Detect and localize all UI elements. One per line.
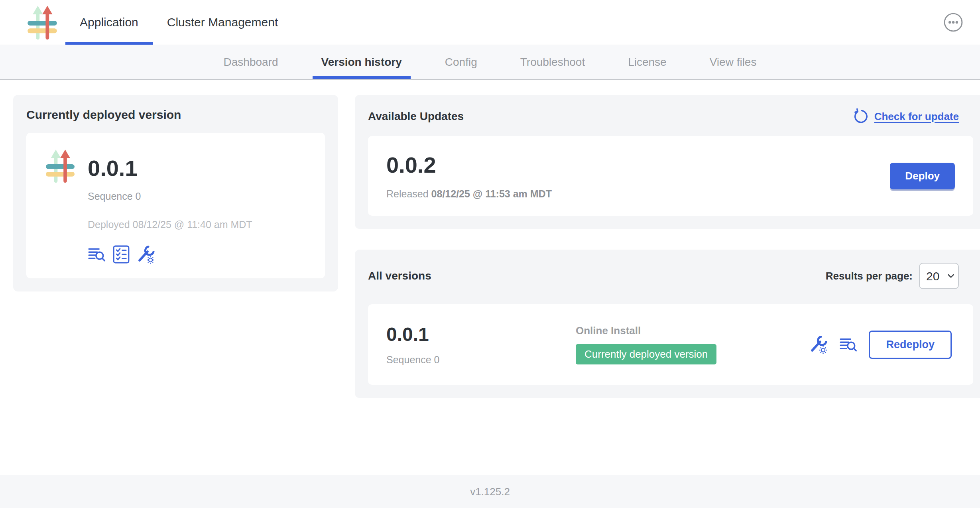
logs-button[interactable] [839, 335, 858, 354]
subnav-dashboard[interactable]: Dashboard [215, 45, 287, 79]
subnav-config-label: Config [445, 56, 477, 69]
main-content: Currently deployed version 0.0.1 Sequenc… [0, 80, 980, 398]
tab-cluster-management[interactable]: Cluster Management [153, 0, 292, 45]
available-updates-title: Available Updates [368, 110, 464, 123]
tab-application-label: Application [80, 16, 138, 29]
update-info: 0.0.2 Released 08/12/25 @ 11:53 am MDT [386, 152, 552, 200]
logs-button[interactable] [88, 245, 106, 264]
subnav-version-history-label: Version history [321, 56, 402, 69]
refresh-icon [853, 108, 870, 125]
subnav-view-files-label: View files [710, 56, 757, 69]
deployed-version-info: 0.0.1 Sequence 0 Deployed 08/12/25 @ 11:… [88, 147, 252, 264]
install-type-label: Online Install [576, 325, 809, 337]
status-badge: Currently deployed version [576, 344, 716, 364]
subnav-version-history[interactable]: Version history [313, 45, 411, 79]
logs-icon [839, 335, 858, 354]
available-updates-header: Available Updates Check for update [368, 108, 973, 125]
version-row-actions: Redeploy [809, 331, 955, 359]
footer: v1.125.2 [0, 475, 980, 508]
tab-application[interactable]: Application [65, 0, 153, 45]
deployed-sequence: Sequence 0 [88, 191, 252, 202]
app-logo-icon [41, 147, 79, 185]
top-header: Application Cluster Management [0, 0, 980, 45]
subnav-license-label: License [628, 56, 667, 69]
overflow-menu-button[interactable] [943, 12, 963, 32]
config-button[interactable] [809, 335, 828, 354]
app-subnav: Dashboard Version history Config Trouble… [0, 45, 980, 80]
results-per-page-select-wrap: 20 [919, 263, 959, 289]
check-for-update-link[interactable]: Check for update [853, 108, 959, 125]
ellipsis-circle-icon [943, 12, 963, 32]
logs-icon [88, 245, 106, 264]
tab-cluster-management-label: Cluster Management [167, 16, 278, 29]
version-row-info: 0.0.1 Sequence 0 [386, 323, 576, 366]
app-logo [23, 3, 61, 41]
results-per-page: Results per page: 20 [826, 263, 959, 289]
preflight-checks-icon [113, 245, 130, 264]
config-icon [136, 245, 155, 264]
available-updates-card: Available Updates Check for update [355, 95, 980, 229]
subnav-troubleshoot-label: Troubleshoot [520, 56, 585, 69]
currently-deployed-card: Currently deployed version 0.0.1 Sequenc… [13, 95, 338, 291]
released-date: 08/12/25 @ 11:53 am MDT [431, 188, 552, 199]
deployed-version-card: 0.0.1 Sequence 0 Deployed 08/12/25 @ 11:… [26, 133, 325, 278]
check-for-update-label: Check for update [874, 110, 959, 123]
app-logo-icon [23, 3, 61, 41]
subnav-config[interactable]: Config [436, 45, 486, 79]
redeploy-button[interactable]: Redeploy [869, 331, 952, 359]
version-row-number: 0.0.1 [386, 323, 576, 345]
currently-deployed-title: Currently deployed version [26, 108, 325, 122]
admin-console-page: Application Cluster Management Dashboard… [0, 0, 980, 508]
version-row: 0.0.1 Sequence 0 Online Install Currentl… [368, 304, 973, 385]
updates-column: Available Updates Check for update [355, 95, 980, 398]
deployed-timestamp: Deployed 08/12/25 @ 11:40 am MDT [88, 219, 252, 230]
results-per-page-select[interactable]: 20 [919, 263, 959, 289]
deployed-version-number: 0.0.1 [88, 155, 252, 181]
subnav-view-files[interactable]: View files [701, 45, 766, 79]
top-tabs: Application Cluster Management [65, 0, 292, 45]
preflight-checks-button[interactable] [113, 245, 130, 264]
header-spacer [292, 0, 943, 45]
subnav-troubleshoot[interactable]: Troubleshoot [512, 45, 594, 79]
subnav-dashboard-label: Dashboard [224, 56, 278, 69]
update-row: 0.0.2 Released 08/12/25 @ 11:53 am MDT D… [368, 136, 973, 216]
version-row-sequence: Sequence 0 [386, 354, 576, 366]
config-icon [809, 335, 828, 354]
version-row-status: Online Install Currently deployed versio… [576, 325, 809, 364]
update-released-line: Released 08/12/25 @ 11:53 am MDT [386, 188, 552, 200]
released-prefix: Released [386, 188, 429, 199]
admin-console-version: v1.125.2 [470, 486, 510, 498]
subnav-license[interactable]: License [619, 45, 675, 79]
deploy-button[interactable]: Deploy [890, 163, 955, 189]
all-versions-card: All versions Results per page: 20 [355, 250, 980, 398]
config-button[interactable] [136, 245, 155, 264]
all-versions-title: All versions [368, 270, 431, 282]
all-versions-header: All versions Results per page: 20 [368, 263, 973, 289]
deployed-action-icons [88, 245, 252, 264]
deployed-column: Currently deployed version 0.0.1 Sequenc… [13, 95, 338, 291]
update-version-number: 0.0.2 [386, 152, 552, 178]
results-per-page-label: Results per page: [826, 270, 913, 282]
